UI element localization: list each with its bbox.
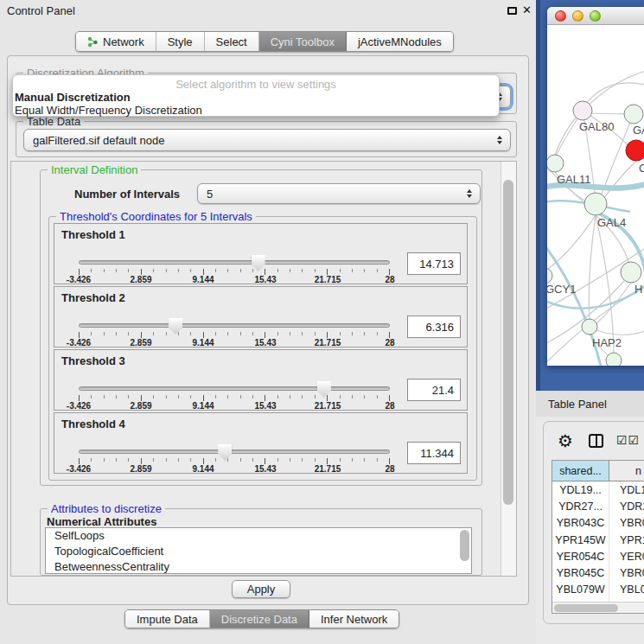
label-c: C — [639, 162, 644, 175]
node-gal80[interactable] — [573, 101, 592, 120]
zoom-traffic-light[interactable] — [590, 10, 601, 22]
network-window-titlebar[interactable] — [547, 7, 644, 25]
threshold-1-value-input[interactable]: 14.713 — [407, 252, 461, 275]
vertical-scrollbar-thumb[interactable] — [503, 180, 513, 505]
slider-scale-labels: -3.426 2.859 9.144 15.43 21.715 28 — [79, 464, 390, 474]
table-panel: ⚙ ☑☑ shared... n YDL19... YDL1 YDR27... … — [543, 421, 644, 624]
tab-network-label: Network — [103, 35, 144, 48]
table-data-title: Table Data — [23, 115, 84, 128]
threshold-4-value-input[interactable]: 11.344 — [407, 442, 461, 464]
attributes-group-title: Attributes to discretize — [48, 502, 165, 515]
node-gal4[interactable] — [584, 193, 607, 215]
slider-scale-labels: -3.426 2.859 9.144 15.43 21.715 28 — [79, 338, 390, 348]
table-header-row: shared... n — [552, 461, 644, 481]
list-item[interactable]: SelfLoops — [46, 528, 471, 544]
close-icon[interactable]: ✕ — [522, 3, 532, 16]
popup-option-equal-width[interactable]: Equal Width/Frequency Discretization — [15, 104, 202, 117]
slider-ticks-major — [79, 395, 391, 401]
threshold-4-slider[interactable] — [79, 450, 390, 454]
gear-icon[interactable]: ⚙ — [558, 430, 573, 451]
threshold-1-slider[interactable] — [79, 260, 390, 265]
popup-hint: Select algorithm to view settings — [13, 78, 499, 91]
popup-option-manual[interactable]: Manual Discretization — [15, 91, 131, 104]
combo-arrows-icon — [497, 136, 502, 144]
columns-icon[interactable] — [589, 434, 603, 448]
network-tab-icon — [87, 36, 99, 48]
tab-infer-network[interactable]: Infer Network — [309, 610, 399, 628]
column-header-shared[interactable]: shared... — [552, 461, 609, 481]
tab-discretize-data[interactable]: Discretize Data — [210, 610, 309, 628]
bottom-tab-bar: Impute Data Discretize Data Infer Networ… — [124, 609, 399, 628]
control-panel: Control Panel ✕ Network Style Select Cyn… — [0, 0, 536, 644]
combo-arrows-icon — [467, 189, 472, 198]
tab-cyni-toolbox[interactable]: Cyni Toolbox — [259, 32, 347, 51]
table-panel-bar: Table Panel — [536, 391, 644, 417]
table-row[interactable]: YPR145W YPR1 — [552, 532, 644, 548]
table-row[interactable]: YBR043C YBR0 — [552, 515, 644, 532]
list-item[interactable]: BetweennessCentrality — [46, 559, 471, 574]
tab-jactivemnodules[interactable]: jActiveMNodules — [347, 32, 453, 51]
table-row[interactable]: YDL19... YDL1 — [552, 481, 644, 498]
threshold-3-slider[interactable] — [79, 386, 390, 391]
slider-scale-labels: -3.426 2.859 9.144 15.43 21.715 28 — [79, 401, 390, 411]
threshold-1-label: Threshold 1 — [61, 228, 125, 241]
label-gal80: GAL80 — [579, 120, 614, 133]
label-hap2: HAP2 — [592, 336, 622, 349]
number-of-intervals-label: Number of Intervals — [74, 188, 180, 201]
column-header-name[interactable]: n — [609, 461, 644, 481]
node-partial-bottom[interactable] — [606, 353, 622, 366]
attributes-list-scrollbar-thumb[interactable] — [460, 530, 469, 561]
tab-select[interactable]: Select — [205, 32, 259, 51]
threshold-2-panel: Threshold 2 -3.426 2.859 9.144 15.43 21.… — [54, 286, 468, 348]
threshold-1-panel: Threshold 1 -3.426 2.859 9.144 15.43 21.… — [54, 223, 468, 284]
node-attribute-table: shared... n YDL19... YDL1 YDR27... YDR2 … — [552, 460, 644, 614]
threshold-3-value-input[interactable]: 21.4 — [407, 379, 461, 401]
desktop-divider — [536, 0, 540, 391]
algorithm-dropdown-popup: Select algorithm to view settings Manual… — [12, 74, 500, 117]
table-data-combobox[interactable]: galFiltered.sif default node — [23, 129, 511, 151]
node-h[interactable] — [621, 262, 641, 283]
number-of-intervals-combobox[interactable]: 5 — [197, 183, 481, 204]
threshold-2-slider[interactable] — [79, 323, 390, 328]
slider-ticks-major — [79, 269, 391, 275]
table-row[interactable]: YBR045C YBR0 — [552, 564, 644, 581]
node-partial-ga[interactable] — [624, 105, 643, 124]
threshold-3-label: Threshold 3 — [61, 354, 125, 367]
threshold-4-panel: Threshold 4 -3.426 2.859 9.144 15.43 21.… — [54, 412, 468, 474]
threshold-2-value-input[interactable]: 6.316 — [407, 316, 461, 338]
network-canvas[interactable]: GAL80 GA GAL11 GAL4 GCY1 H HAP2 C — [547, 25, 644, 366]
tab-style[interactable]: Style — [156, 32, 205, 51]
node-selected-red[interactable] — [626, 140, 644, 161]
threshold-2-label: Threshold 2 — [61, 291, 125, 304]
node-gcy1[interactable] — [547, 268, 552, 284]
node-gal11[interactable] — [547, 155, 564, 172]
table-data-group: Table Data galFiltered.sif default node — [16, 121, 517, 157]
label-gal4: GAL4 — [597, 216, 626, 229]
table-row[interactable]: YDR27... YDR2 — [552, 498, 644, 514]
node-hap2[interactable] — [582, 319, 597, 335]
label-gcy1: GCY1 — [547, 283, 576, 296]
number-of-intervals-value: 5 — [207, 188, 213, 201]
table-row[interactable]: YER054C YER0 — [552, 548, 644, 564]
horizontal-scrollbar-thumb[interactable] — [554, 604, 618, 612]
threshold-4-label: Threshold 4 — [61, 418, 125, 430]
interval-definition-title: Interval Definition — [48, 163, 141, 176]
horizontal-scrollbar[interactable] — [552, 602, 644, 613]
float-window-icon[interactable] — [507, 7, 517, 15]
network-nodes — [547, 101, 644, 366]
checkbox-icons[interactable]: ☑☑ — [616, 433, 640, 447]
table-panel-title: Table Panel — [548, 398, 607, 411]
table-data-value: galFiltered.sif default node — [33, 134, 164, 147]
apply-button[interactable]: Apply — [232, 580, 290, 598]
tab-network[interactable]: Network — [76, 32, 156, 51]
top-tab-bar: Network Style Select Cyni Toolbox jActiv… — [75, 31, 454, 52]
minimize-traffic-light[interactable] — [572, 10, 583, 22]
list-item[interactable]: TopologicalCoefficient — [46, 544, 471, 559]
tab-impute-data[interactable]: Impute Data — [125, 610, 210, 628]
slider-ticks-major — [79, 332, 391, 338]
table-row[interactable]: YBL079W YBL0 — [552, 582, 644, 598]
close-traffic-light[interactable] — [555, 10, 566, 22]
label-ga: GA — [633, 124, 644, 137]
slider-ticks-major — [79, 458, 391, 464]
label-gal11: GAL11 — [557, 173, 591, 186]
